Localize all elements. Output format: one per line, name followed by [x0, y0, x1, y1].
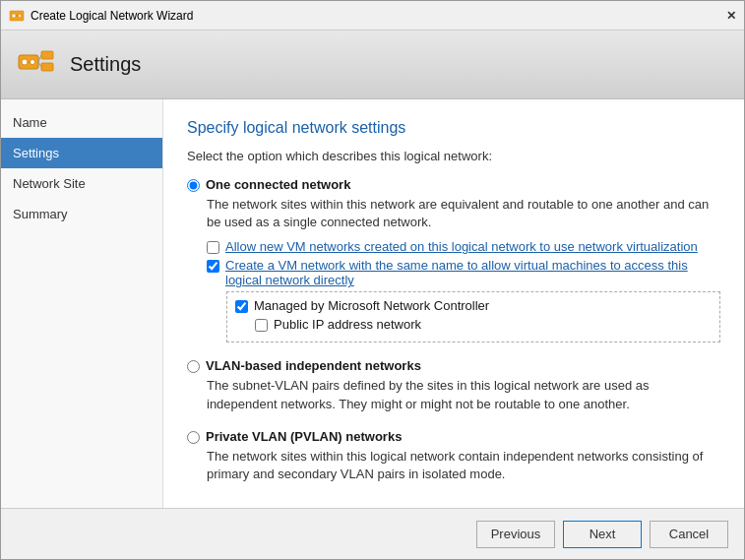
option-vlan-description: The subnet-VLAN pairs defined by the sit…	[207, 377, 720, 412]
section-title: Specify logical network settings	[187, 119, 720, 137]
svg-point-3	[19, 14, 22, 17]
svg-rect-8	[41, 51, 53, 59]
checkbox-managed-ms-input[interactable]	[235, 300, 248, 313]
radio-vlan-based-label[interactable]: VLAN-based independent networks	[206, 358, 421, 373]
close-icon[interactable]: ✕	[726, 9, 736, 23]
sub-checkbox-group: Public IP address network	[255, 317, 712, 332]
option-one-connected: One connected network The network sites …	[187, 177, 720, 342]
sidebar-item-name[interactable]: Name	[1, 107, 162, 138]
checkbox-create-vm: Create a VM network with the same name t…	[207, 258, 720, 287]
svg-point-5	[22, 59, 28, 65]
checkbox-public-ip-label[interactable]: Public IP address network	[274, 317, 421, 332]
radio-one-connected: One connected network	[187, 177, 720, 192]
option-pvlan: Private VLAN (PVLAN) networks The networ…	[187, 429, 720, 483]
checkbox-managed-ms-label[interactable]: Managed by Microsoft Network Controller	[254, 298, 489, 313]
sidebar-item-summary[interactable]: Summary	[1, 199, 162, 229]
radio-one-connected-input[interactable]	[187, 179, 200, 192]
svg-rect-9	[41, 63, 53, 71]
title-bar-title: Create Logical Network Wizard	[31, 9, 193, 23]
radio-pvlan-label[interactable]: Private VLAN (PVLAN) networks	[206, 429, 402, 444]
title-bar-left: Create Logical Network Wizard	[9, 8, 193, 24]
svg-point-7	[31, 59, 35, 64]
svg-point-1	[12, 14, 16, 18]
cancel-button[interactable]: Cancel	[650, 521, 728, 548]
nested-checkbox-group: Managed by Microsoft Network Controller …	[226, 291, 720, 342]
next-button[interactable]: Next	[563, 521, 642, 548]
title-bar-icon	[9, 8, 25, 24]
checkbox-public-ip-input[interactable]	[255, 319, 268, 332]
previous-button[interactable]: Previous	[476, 521, 555, 548]
checkbox-create-vm-input[interactable]	[207, 260, 219, 273]
sidebar-item-network-site[interactable]: Network Site	[1, 168, 162, 199]
radio-pvlan: Private VLAN (PVLAN) networks	[187, 429, 720, 444]
checkbox-group-1: Allow new VM networks created on this lo…	[207, 239, 720, 342]
option-pvlan-description: The network sites within this logical ne…	[207, 448, 720, 483]
wizard-window: Create Logical Network Wizard ✕ Settings	[0, 0, 745, 560]
content-area: Name Settings Network Site Summary Speci…	[1, 99, 744, 508]
sidebar-item-settings[interactable]: Settings	[1, 138, 162, 168]
option-one-connected-description: The network sites within this network ar…	[207, 196, 720, 231]
header-icon	[17, 45, 56, 85]
checkbox-create-vm-label[interactable]: Create a VM network with the same name t…	[225, 258, 720, 287]
radio-vlan-based-input[interactable]	[187, 360, 200, 373]
radio-pvlan-input[interactable]	[187, 431, 200, 444]
radio-one-connected-label[interactable]: One connected network	[206, 177, 350, 192]
main-description: Select the option which describes this l…	[187, 149, 720, 163]
main-content: Specify logical network settings Select …	[163, 99, 744, 508]
option-vlan-based: VLAN-based independent networks The subn…	[187, 358, 720, 412]
checkbox-allow-vm-input[interactable]	[207, 241, 219, 254]
radio-vlan-based: VLAN-based independent networks	[187, 358, 720, 373]
footer: Previous Next Cancel	[1, 508, 744, 559]
title-bar: Create Logical Network Wizard ✕	[1, 1, 744, 31]
sidebar: Name Settings Network Site Summary	[1, 99, 163, 508]
checkbox-managed-ms: Managed by Microsoft Network Controller	[235, 298, 712, 313]
header-title: Settings	[70, 53, 141, 76]
header-band: Settings	[1, 31, 744, 99]
checkbox-public-ip: Public IP address network	[255, 317, 712, 332]
checkbox-allow-vm: Allow new VM networks created on this lo…	[207, 239, 720, 254]
checkbox-allow-vm-label[interactable]: Allow new VM networks created on this lo…	[225, 239, 698, 254]
